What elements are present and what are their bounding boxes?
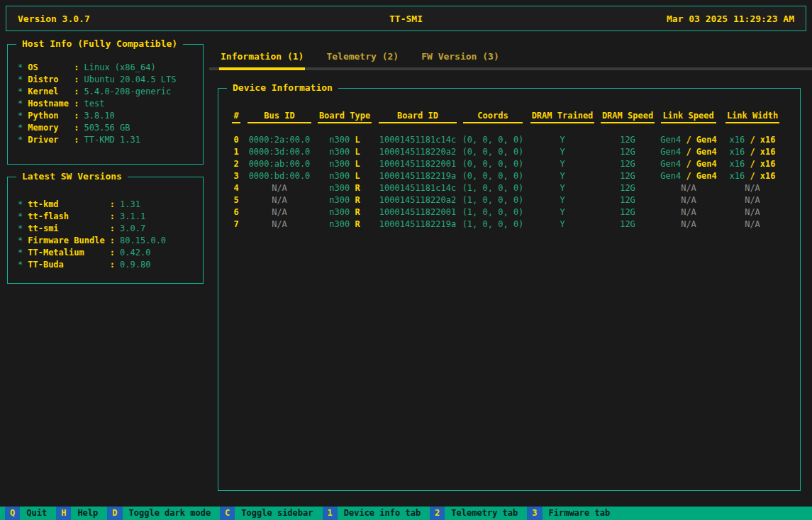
bullet-star: * (18, 211, 23, 223)
cell-coords: (0, 0, 0, 0) (460, 170, 526, 182)
cell-link-speed: Gen4 / Gen4 (657, 158, 721, 170)
keybinding-bar: QQuitHHelpDToggle dark modeCToggle sideb… (0, 507, 812, 520)
item-value: Linux (x86_64) (84, 62, 155, 74)
table-row: 7N/An300 R10001451182219a(1, 0, 0, 0)Y12… (218, 218, 800, 231)
cell-link-speed: N/A (657, 182, 721, 194)
cell-board-type: n300 R (313, 194, 376, 206)
cell-board-type: n300 L (313, 134, 376, 146)
item-colon: : (74, 86, 79, 98)
cell-link-width: x16 / x16 (721, 134, 784, 146)
cell-link-width: N/A (721, 206, 784, 218)
max-value: / x16 (745, 147, 775, 157)
table-row: 5N/An300 R1000145118220a2(1, 0, 0, 0)Y12… (218, 194, 800, 206)
cell-dram-speed: 12G (599, 182, 657, 194)
max-value: / Gen4 (681, 135, 717, 145)
cell-coords: (1, 0, 0, 0) (460, 194, 526, 206)
board-type-name: n300 (329, 207, 350, 217)
cell-coords: (0, 0, 0, 0) (460, 134, 526, 146)
item-colon: : (74, 134, 79, 146)
max-value: / x16 (745, 171, 775, 181)
item-value: 3.8.10 (84, 110, 114, 122)
sw-item-tt-metalium: *TT-Metalium:0.42.0 (18, 247, 203, 259)
cell-bus-id: N/A (245, 182, 313, 194)
cell-board-id: 1000145118220a2 (376, 146, 460, 158)
item-value: 0.9.80 (120, 259, 150, 271)
tab-fw-version[interactable]: FW Version (3) (420, 48, 501, 67)
top-bar: Version 3.0.7 TT-SMI Mar 03 2025 11:29:2… (6, 6, 806, 31)
bullet-star: * (18, 134, 23, 146)
cell-dram-speed: 12G (599, 206, 657, 218)
host-item-driver: *Driver:TT-KMD 1.31 (18, 134, 203, 146)
key-label: Firmware tab (543, 507, 615, 520)
cell-link-speed: Gen4 / Gen4 (657, 170, 721, 182)
max-value: / Gen4 (681, 171, 717, 181)
cell-coords: (1, 0, 0, 0) (460, 206, 526, 218)
keybinding-quit[interactable]: QQuit (0, 507, 51, 520)
cell-board-type: n300 R (313, 206, 376, 218)
device-table: # Bus ID Board Type Board ID Coords DRAM… (218, 89, 800, 231)
item-key: Driver (28, 134, 74, 146)
key-badge: 2 (430, 507, 445, 520)
bullet-star: * (18, 74, 23, 86)
host-item-memory: *Memory:503.56 GB (18, 122, 203, 134)
keybinding-toggle-sidebar[interactable]: CToggle sidebar (215, 507, 317, 520)
keybinding-toggle-dark-mode[interactable]: DToggle dark mode (102, 507, 215, 520)
key-badge: 3 (527, 507, 542, 520)
item-key: tt-smi (28, 223, 110, 235)
keybinding-telemetry-tab[interactable]: 2Telemetry tab (425, 507, 522, 520)
cell-bus-id: N/A (245, 206, 313, 218)
table-row: 30000:bd:00.0n300 L10001451182219a(0, 0,… (218, 170, 800, 182)
keybinding-device-info-tab[interactable]: 1Device info tab (318, 507, 426, 520)
cell-link-speed: N/A (657, 206, 721, 218)
cell-num: 7 (227, 218, 245, 231)
cell-dram-speed: 12G (599, 170, 657, 182)
item-value: 80.15.0.0 (120, 235, 166, 247)
cell-bus-id: 0000:2a:00.0 (245, 134, 313, 146)
col-header-board-id: Board ID (379, 110, 457, 123)
col-header-bus-id: Bus ID (248, 110, 311, 123)
bullet-star: * (18, 62, 23, 74)
cell-link-width: N/A (721, 194, 784, 206)
na-value: N/A (681, 207, 696, 217)
cell-bus-id: 0000:ab:00.0 (245, 158, 313, 170)
cell-link-width: N/A (721, 182, 784, 194)
key-badge: H (56, 507, 71, 520)
col-header-dram-trained: DRAM Trained (530, 110, 595, 123)
board-type-name: n300 (329, 147, 350, 157)
item-colon: : (110, 223, 115, 235)
cell-board-id: 100014511822001 (376, 158, 460, 170)
cell-dram-trained: Y (526, 158, 599, 170)
na-value: N/A (745, 219, 760, 229)
keybinding-firmware-tab[interactable]: 3Firmware tab (522, 507, 614, 520)
na-value: N/A (745, 183, 760, 193)
key-badge: 1 (323, 507, 338, 520)
item-key: tt-flash (28, 211, 110, 223)
item-value: 5.4.0-208-generic (84, 86, 171, 98)
cell-dram-trained: Y (526, 194, 599, 206)
board-type-name: n300 (329, 195, 350, 205)
host-info-title: Host Info (Fully Compatible) (16, 38, 183, 49)
keybinding-help[interactable]: HHelp (51, 507, 102, 520)
item-key: TT-Buda (28, 259, 110, 271)
tab-telemetry[interactable]: Telemetry (2) (325, 48, 400, 67)
app-title: TT-SMI (277, 13, 535, 24)
table-row: 20000:ab:00.0n300 L100014511822001(0, 0,… (218, 158, 800, 170)
item-key: Kernel (28, 86, 74, 98)
board-type-flag: R (350, 207, 360, 217)
cell-num: 1 (227, 146, 245, 158)
tab-information[interactable]: Information (1) (219, 48, 305, 67)
cell-coords: (1, 0, 0, 0) (460, 218, 526, 231)
item-value: 1.31 (120, 199, 140, 211)
item-value: 3.1.1 (120, 211, 145, 223)
cell-board-id: 10001451182219a (376, 218, 460, 231)
key-label: Toggle sidebar (235, 507, 317, 520)
device-table-body: 00000:2a:00.0n300 L10001451181c14c(0, 0,… (218, 134, 800, 231)
col-header-dram-speed: DRAM Speed (601, 110, 655, 123)
bullet-star: * (18, 98, 23, 110)
cell-dram-speed: 12G (599, 146, 657, 158)
sw-versions-title: Latest SW Versions (16, 171, 128, 182)
cell-bus-id: N/A (245, 218, 313, 231)
cell-dram-trained: Y (526, 182, 599, 194)
board-type-flag: R (350, 183, 360, 193)
host-item-python: *Python:3.8.10 (18, 110, 203, 122)
